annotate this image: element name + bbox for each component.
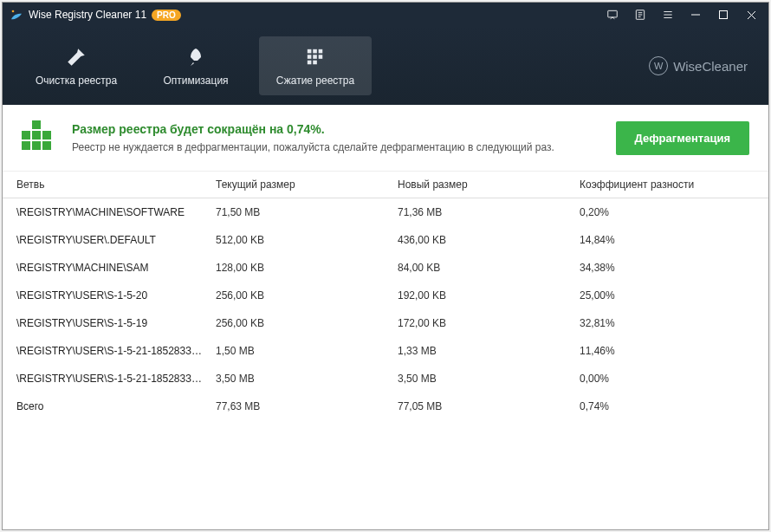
svg-rect-6	[319, 49, 323, 54]
rocket-icon	[184, 45, 208, 69]
cell-new: 3,50 MB	[398, 373, 580, 385]
cell-new: 71,36 MB	[398, 206, 580, 218]
grid-icon	[303, 45, 327, 69]
svg-point-0	[12, 10, 15, 13]
app-window: Wise Registry Cleaner 11 PRO Очистка рее…	[2, 2, 769, 530]
cell-current: 128,00 KB	[216, 262, 398, 274]
menu-icon[interactable]	[654, 3, 682, 27]
svg-rect-10	[308, 61, 312, 65]
cell-new: 172,00 KB	[398, 317, 580, 329]
cell-new: 77,05 MB	[398, 400, 580, 412]
col-branch: Ветвь	[16, 178, 216, 191]
svg-rect-8	[313, 55, 317, 59]
cell-new: 192,00 KB	[398, 289, 580, 302]
table-row: \REGISTRY\MACHINE\SOFTWARE71,50 MB71,36 …	[3, 198, 768, 226]
broom-icon	[64, 45, 88, 69]
table-header: Ветвь Текущий размер Новый размер Коэффи…	[3, 172, 768, 198]
table-body: \REGISTRY\MACHINE\SOFTWARE71,50 MB71,36 …	[3, 198, 768, 420]
defrag-icon	[22, 120, 56, 155]
table-row: Всего77,63 MB77,05 MB0,74%	[3, 393, 768, 420]
tab-label: Очистка реестра	[36, 75, 117, 87]
minimize-button[interactable]	[682, 3, 709, 27]
tab-optimization[interactable]: Оптимизация	[139, 36, 252, 95]
col-current-size: Текущий размер	[216, 178, 398, 191]
col-diff-ratio: Коэффициент разности	[580, 178, 755, 191]
tab-label: Сжатие реестра	[276, 75, 354, 87]
table-row: \REGISTRY\MACHINE\SAM128,00 KB84,00 KB34…	[3, 254, 768, 282]
feedback-icon[interactable]	[599, 3, 626, 27]
brand: W WiseCleaner	[649, 56, 748, 75]
cell-new: 1,33 MB	[398, 345, 580, 357]
table-row: \REGISTRY\USER\S-1-5-19256,00 KB172,00 K…	[3, 309, 768, 337]
svg-rect-7	[308, 55, 312, 59]
app-logo-icon	[10, 8, 23, 22]
brand-text: WiseCleaner	[673, 59, 748, 74]
cell-current: 1,50 MB	[216, 345, 398, 357]
table-row: \REGISTRY\USER\S-1-5-21-1852833010...1,5…	[3, 337, 768, 365]
tasks-icon[interactable]	[626, 3, 654, 27]
close-button[interactable]	[737, 3, 765, 27]
cell-branch: \REGISTRY\USER\S-1-5-19	[16, 317, 216, 329]
table-row: \REGISTRY\USER\.DEFAULT512,00 KB436,00 K…	[3, 226, 768, 254]
summary-subtitle: Реестр не нуждается в дефрагментации, по…	[72, 141, 616, 153]
maximize-button[interactable]	[709, 3, 737, 27]
titlebar: Wise Registry Cleaner 11 PRO	[3, 3, 768, 27]
cell-diff: 0,20%	[580, 206, 755, 218]
cell-diff: 32,81%	[580, 317, 755, 329]
cell-current: 71,50 MB	[216, 206, 398, 218]
svg-rect-11	[313, 61, 317, 65]
col-new-size: Новый размер	[398, 178, 580, 191]
navbar: Очистка реестра Оптимизация Сжатие реест…	[3, 27, 768, 105]
cell-current: 256,00 KB	[216, 317, 398, 329]
cell-branch: \REGISTRY\MACHINE\SAM	[16, 262, 216, 274]
cell-diff: 0,00%	[580, 373, 755, 385]
svg-rect-3	[720, 11, 728, 19]
cell-branch: \REGISTRY\USER\S-1-5-21-1852833010...	[16, 345, 216, 357]
table-row: \REGISTRY\USER\S-1-5-21-1852833010...3,5…	[3, 365, 768, 393]
table-row: \REGISTRY\USER\S-1-5-20256,00 KB192,00 K…	[3, 282, 768, 309]
summary-bar: Размер реестра будет сокращён на 0,74%. …	[3, 105, 768, 172]
cell-current: 512,00 KB	[216, 234, 398, 246]
svg-rect-4	[308, 49, 312, 54]
cell-branch: \REGISTRY\USER\.DEFAULT	[16, 234, 216, 246]
brand-logo-icon: W	[649, 56, 668, 75]
svg-rect-9	[319, 55, 323, 59]
tab-registry-clean[interactable]: Очистка реестра	[20, 36, 133, 95]
svg-rect-5	[313, 49, 317, 54]
pro-badge: PRO	[152, 10, 181, 21]
tab-registry-compress[interactable]: Сжатие реестра	[259, 36, 372, 95]
summary-text: Размер реестра будет сокращён на 0,74%. …	[72, 122, 616, 153]
cell-diff: 11,46%	[580, 345, 755, 357]
summary-title: Размер реестра будет сокращён на 0,74%.	[72, 122, 616, 136]
cell-diff: 14,84%	[580, 234, 755, 246]
cell-branch: \REGISTRY\USER\S-1-5-20	[16, 289, 216, 302]
cell-diff: 34,38%	[580, 262, 755, 274]
cell-current: 77,63 MB	[216, 400, 398, 412]
tab-label: Оптимизация	[163, 75, 228, 87]
svg-rect-1	[608, 10, 618, 17]
cell-new: 84,00 KB	[398, 262, 580, 274]
app-title: Wise Registry Cleaner 11	[29, 9, 146, 21]
cell-diff: 0,74%	[580, 400, 755, 412]
cell-branch: \REGISTRY\MACHINE\SOFTWARE	[16, 206, 216, 218]
cell-new: 436,00 KB	[398, 234, 580, 246]
cell-branch: \REGISTRY\USER\S-1-5-21-1852833010...	[16, 373, 216, 385]
cell-diff: 25,00%	[580, 289, 755, 302]
cell-current: 256,00 KB	[216, 289, 398, 302]
defragment-button[interactable]: Дефрагментация	[616, 121, 749, 155]
cell-current: 3,50 MB	[216, 373, 398, 385]
cell-branch: Всего	[16, 400, 216, 412]
